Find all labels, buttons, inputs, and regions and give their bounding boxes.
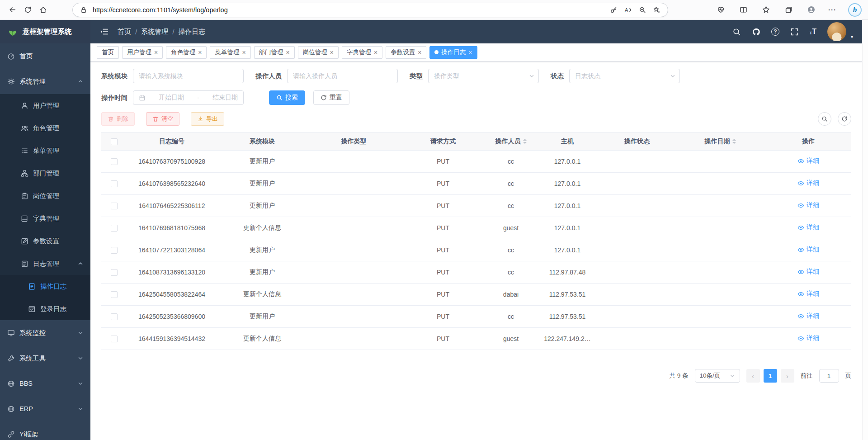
row-checkbox[interactable] [111, 225, 118, 232]
add-favorite-icon[interactable] [651, 5, 662, 15]
operator-input[interactable] [287, 69, 398, 83]
status-select[interactable] [569, 69, 680, 83]
export-button[interactable]: 导出 [191, 112, 224, 126]
close-tab-icon[interactable]: × [374, 49, 377, 56]
sidebar-item-erp[interactable]: ERP [0, 396, 90, 421]
detail-link[interactable]: 详细 [797, 334, 819, 342]
sidebar-item-yiframe[interactable]: Yi框架 [0, 421, 90, 440]
sort-asc-icon[interactable] [523, 139, 527, 141]
tab-post-mgmt[interactable]: 岗位管理× [298, 46, 339, 59]
row-checkbox[interactable] [111, 291, 118, 298]
refresh-icon[interactable] [20, 2, 35, 18]
tab-param-settings[interactable]: 参数设置× [386, 46, 426, 59]
sidebar-toggle-icon[interactable] [99, 27, 108, 36]
sidebar-item-params[interactable]: 参数设置 [0, 230, 90, 252]
font-size-icon[interactable]: тT [810, 28, 816, 35]
read-aloud-icon[interactable]: A [623, 5, 633, 15]
sort-asc-icon[interactable] [732, 139, 736, 141]
tab-user-mgmt[interactable]: 用户管理× [122, 46, 163, 59]
toggle-search-button[interactable] [818, 112, 831, 126]
sidebar-item-menus[interactable]: 菜单管理 [0, 139, 90, 162]
profile-icon[interactable] [806, 5, 816, 15]
tab-home[interactable]: 首页 [97, 46, 119, 59]
browser-essentials-icon[interactable] [715, 5, 726, 15]
detail-link[interactable]: 详细 [797, 223, 819, 232]
tab-operlog[interactable]: 操作日志× [429, 46, 477, 59]
detail-link[interactable]: 详细 [797, 201, 819, 209]
select-all-checkbox[interactable] [111, 138, 118, 145]
type-select[interactable] [428, 69, 539, 83]
detail-link[interactable]: 详细 [797, 268, 819, 276]
delete-button[interactable]: 删除 [101, 112, 135, 126]
zoom-out-icon[interactable] [637, 5, 648, 15]
sidebar-item-loginlog[interactable]: 登录日志 [0, 298, 90, 320]
sidebar-item-users[interactable]: 用户管理 [0, 94, 90, 117]
row-checkbox[interactable] [111, 313, 118, 320]
sidebar-item-operlog[interactable]: 操作日志 [0, 275, 90, 298]
row-checkbox[interactable] [111, 203, 118, 209]
sort-caret[interactable] [523, 139, 527, 144]
sort-desc-icon[interactable] [732, 142, 736, 144]
sidebar-item-dashboard[interactable]: 首页 [0, 43, 90, 69]
search-icon[interactable] [732, 28, 741, 36]
fullscreen-icon[interactable] [790, 28, 799, 36]
close-tab-icon[interactable]: × [242, 49, 245, 56]
sidebar-item-monitor[interactable]: 系统监控 [0, 320, 90, 345]
tab-dept-mgmt[interactable]: 部门管理× [254, 46, 295, 59]
detail-link[interactable]: 详细 [797, 290, 819, 298]
sidebar-item-roles[interactable]: 角色管理 [0, 117, 90, 139]
lock-icon[interactable] [78, 5, 89, 15]
sidebar-item-dicts[interactable]: 字典管理 [0, 207, 90, 230]
row-checkbox[interactable] [111, 180, 118, 187]
avatar-caret-icon[interactable]: ▾ [851, 34, 853, 41]
detail-link[interactable]: 详细 [797, 157, 819, 165]
date-range-picker[interactable]: 开始日期 - 结束日期 [133, 90, 244, 105]
close-tab-icon[interactable]: × [468, 49, 472, 56]
tab-dict-mgmt[interactable]: 字典管理× [342, 46, 382, 59]
help-icon[interactable]: ? [771, 28, 779, 36]
sidebar-item-system[interactable]: 系统管理 [0, 69, 90, 94]
sort-desc-icon[interactable] [523, 142, 527, 144]
tab-role-mgmt[interactable]: 角色管理× [166, 46, 207, 59]
row-checkbox[interactable] [111, 158, 118, 165]
tab-menu-mgmt[interactable]: 菜单管理× [210, 46, 250, 59]
close-tab-icon[interactable]: × [330, 49, 334, 56]
browser-scrollbar[interactable] [862, 20, 868, 440]
more-menu-icon[interactable]: ··· [828, 6, 836, 14]
next-page-button[interactable]: › [781, 369, 794, 383]
row-checkbox[interactable] [111, 336, 118, 342]
refresh-table-button[interactable] [838, 112, 851, 126]
url-text[interactable]: https://ccnetcore.com:1101/system/log/op… [93, 6, 604, 14]
module-input[interactable] [133, 69, 244, 83]
split-screen-icon[interactable] [738, 5, 749, 15]
reset-button[interactable]: 重置 [313, 90, 349, 105]
back-icon[interactable] [5, 2, 20, 18]
type-select-input[interactable] [428, 69, 539, 83]
page-1-button[interactable]: 1 [764, 369, 777, 383]
detail-link[interactable]: 详细 [797, 312, 819, 320]
detail-link[interactable]: 详细 [797, 179, 819, 187]
github-icon[interactable] [752, 28, 760, 36]
status-select-input[interactable] [569, 69, 680, 83]
page-size-select[interactable]: 10条/页 [695, 369, 740, 383]
favorites-icon[interactable] [760, 5, 771, 15]
row-checkbox[interactable] [111, 269, 118, 276]
sidebar-item-logs[interactable]: 日志管理 [0, 252, 90, 275]
breadcrumb-item-system[interactable]: 系统管理 [141, 28, 168, 36]
close-tab-icon[interactable]: × [286, 49, 290, 56]
sidebar-item-departments[interactable]: 部门管理 [0, 162, 90, 185]
password-key-icon[interactable] [608, 5, 619, 15]
close-tab-icon[interactable]: × [418, 49, 421, 56]
prev-page-button[interactable]: ‹ [746, 369, 760, 383]
close-tab-icon[interactable]: × [198, 49, 202, 56]
close-tab-icon[interactable]: × [154, 49, 158, 56]
collections-icon[interactable] [783, 5, 794, 15]
clear-button[interactable]: 清空 [146, 112, 179, 126]
sort-caret[interactable] [732, 139, 736, 144]
goto-page-input[interactable] [819, 369, 839, 383]
sidebar-item-bbs[interactable]: BBS [0, 371, 90, 396]
sidebar-item-posts[interactable]: 岗位管理 [0, 185, 90, 207]
row-checkbox[interactable] [111, 247, 118, 254]
address-bar[interactable]: https://ccnetcore.com:1101/system/log/op… [72, 3, 668, 17]
search-button[interactable]: 搜索 [269, 90, 305, 105]
